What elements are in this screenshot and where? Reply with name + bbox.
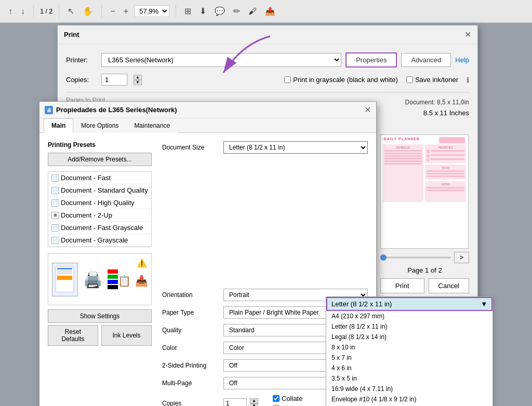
preset-icon-5: 📄 [51,237,59,244]
copies-props-up[interactable]: ▲ [250,398,258,403]
collate-label[interactable]: Collate [273,395,330,402]
page-preview-icon [52,263,78,296]
priorities-title: PRIORITIES [427,146,464,149]
page-info: Page 1 of 2 [380,266,469,274]
save-ink-label[interactable]: Save ink/toner [406,76,458,84]
next-page-btn[interactable]: > [454,252,469,263]
two-sided-label: 2-Sided Printing [162,362,219,369]
notes-title: NOTES [427,183,464,186]
quality-label: Quality [162,327,219,334]
cursor-tool-btn[interactable]: ↖ [65,4,76,18]
tab-maintenance[interactable]: Maintenance [126,118,178,133]
toolbar-sep-2 [59,5,59,18]
brush-btn[interactable]: 🖌 [246,5,259,18]
scroll-down-btn[interactable]: ↓ [19,5,27,18]
cancel-button[interactable]: Cancel [429,278,469,293]
collate-area: Collate Reverse Order [273,395,330,406]
props-title-left: 🖨 Propiedades de L365 Series(Network) [45,106,177,114]
copies-spinner: ▲ ▼ [134,75,142,85]
sync-btn[interactable]: ⊞ [182,4,193,18]
tab-more-options[interactable]: More Options [73,118,126,133]
dropdown-item-8[interactable]: Envelope #10 (4 1/8 x 9 1/2 in) [326,394,493,404]
hand-tool-btn[interactable]: ✋ [81,4,95,18]
copies-down[interactable]: ▼ [134,80,142,85]
add-remove-presets-btn[interactable]: Add/Remove Presets... [48,153,152,166]
doc-size-select[interactable]: Letter (8 1/2 x 11 in) [223,141,368,154]
preset-item-1[interactable]: 📄 Document - Standard Quality [48,184,151,197]
preset-label-2: Document - High Quality [61,199,135,207]
preset-item-0[interactable]: 📄 Document - Fast [48,172,151,184]
grayscale-area: Print in grayscale (black and white) Sav… [146,76,469,84]
props-body: Printing Presets Add/Remove Presets... 📄… [39,133,376,406]
tab-main[interactable]: Main [44,118,73,133]
dropdown-selected-label: Letter (8 1/2 x 11 in) [331,300,392,308]
stack-icon: 📋 [118,275,131,287]
preset-item-5[interactable]: 📄 Document - Grayscale [48,234,151,247]
props-close-btn[interactable]: ✕ [364,105,371,115]
notes-section: NOTES [425,181,466,202]
print-grayscale-label[interactable]: Print in grayscale (black and white) [284,76,398,84]
help-link[interactable]: Help [455,56,469,64]
reset-defaults-btn[interactable]: Reset Defaults [48,325,98,346]
props-preview-area: 🖨️ 📋 📥 ⚠️ [48,253,152,305]
bottom-btns-row: Show Settings [48,309,152,323]
dropdown-item-2[interactable]: Legal (8 1/2 x 14 in) [326,332,493,342]
page-slider[interactable] [380,256,451,259]
comment-btn[interactable]: 💬 [212,4,227,18]
ink-levels-btn[interactable]: Ink Levels [101,325,152,346]
print-button[interactable]: Print [380,278,424,293]
preset-icon-3: ⊞ [51,212,59,219]
advanced-button[interactable]: Advanced [401,53,451,67]
todo-title: TO DO [427,166,464,169]
dropdown-item-6[interactable]: 3.5 x 5 in [326,373,493,384]
show-settings-btn[interactable]: Show Settings [48,309,152,323]
zoom-out-btn[interactable]: − [108,5,117,18]
schedule-title: SCHEDULE [384,146,422,149]
printer-row: Printer: L365 Series(Network) Properties… [66,52,469,67]
collate-check[interactable] [273,395,280,402]
save-ink-check[interactable] [406,76,413,83]
doc-size-dropdown: Letter (8 1/2 x 11 in) ▼ A4 (210 x 297 m… [326,296,493,406]
scroll-up-btn[interactable]: ↑ [6,5,15,18]
preset-item-2[interactable]: 📄 Document - High Quality [48,197,151,209]
preset-item-3[interactable]: ⊞ Document - 2-Up [48,209,151,222]
doc-size-info: Document: 8,5 x 11,0in [405,99,469,106]
copies-up[interactable]: ▲ [134,75,142,80]
planner-grid: SCHEDULE PRIORITIES [381,144,468,202]
share-btn[interactable]: 📤 [263,4,277,18]
print-grayscale-check[interactable] [284,76,291,83]
dropdown-item-5[interactable]: 4 x 6 in [326,363,493,373]
dropdown-item-1[interactable]: Letter (8 1/2 x 11 in) [326,321,493,332]
preset-label-4: Document - Fast Grayscale [61,224,143,232]
printer-select[interactable]: L365 Series(Network) [101,53,341,67]
planner-top-box [439,137,465,143]
doc-size-label: Document Size [162,144,219,151]
preset-icon-2: 📄 [51,199,59,207]
download-btn[interactable]: ⬇ [197,4,208,18]
priorities-section: PRIORITIES [425,144,466,163]
planner-header: DAILY PLANNER [381,135,468,144]
color-block-icon [108,269,118,289]
copies-label: Copies: [66,76,97,84]
preview-thumbnail: DAILY PLANNER SCHEDULE PRIORI [380,134,469,249]
pen-btn[interactable]: ✏ [231,4,242,18]
dropdown-item-4[interactable]: 5 x 7 in [326,353,493,363]
dropdown-item-0[interactable]: A4 (210 x 297 mm) [326,311,493,321]
copies-props-row: ▲ ▼ [223,398,258,406]
zoom-select[interactable]: 57,9% [135,5,169,17]
copies-props-input[interactable] [223,398,247,406]
copies-input[interactable] [101,74,127,86]
preset-label-0: Document - Fast [61,174,111,182]
page-preview-inner [56,266,74,292]
info-icon: ℹ [467,76,469,84]
props-title: Propiedades de L365 Series(Network) [56,106,177,114]
print-dialog-close[interactable]: ✕ [464,30,471,39]
properties-button[interactable]: Properties [345,52,397,67]
copies-props-down[interactable]: ▼ [250,403,258,406]
printer-label: Printer: [66,56,97,64]
zoom-in-btn[interactable]: + [122,5,130,18]
props-tabs: Main More Options Maintenance [39,118,376,133]
dropdown-item-3[interactable]: 8 x 10 in [326,342,493,353]
preset-item-4[interactable]: 📄 Document - Fast Grayscale [48,222,151,234]
dropdown-item-7[interactable]: 16:9 wide (4 x 7.11 in) [326,384,493,394]
